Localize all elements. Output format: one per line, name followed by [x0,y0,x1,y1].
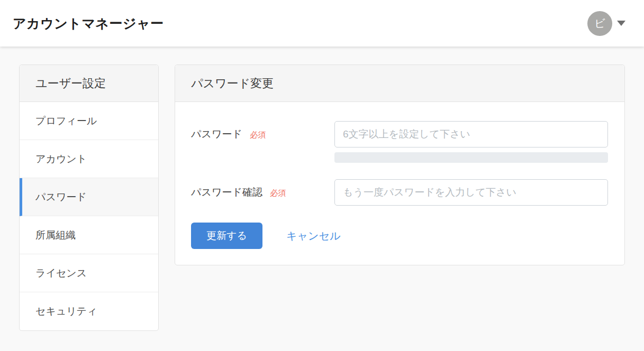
sidebar-item-account[interactable]: アカウント [20,140,158,178]
password-strength-meter [334,152,608,163]
password-confirm-label-group: パスワード確認 必須 [191,179,334,199]
panel-title: パスワード変更 [175,65,624,102]
cancel-link[interactable]: キャンセル [286,229,340,243]
sidebar-item-profile[interactable]: プロフィール [20,102,158,140]
sidebar-item-organization[interactable]: 所属組織 [20,216,158,254]
password-required-badge: 必須 [250,130,266,139]
settings-sidebar: ユーザー設定 プロフィール アカウント パスワード 所属組織 ライセンス セキュ… [19,64,159,331]
password-input-group [334,121,608,163]
password-form: パスワード 必須 パスワード確認 必須 更新する キャンセル [175,102,624,249]
sidebar-title: ユーザー設定 [20,65,158,102]
password-label: パスワード [191,128,242,140]
password-confirm-row: パスワード確認 必須 [191,179,608,206]
password-row: パスワード 必須 [191,121,608,163]
password-confirm-label: パスワード確認 [191,187,262,198]
password-input[interactable] [334,121,608,147]
app-title: アカウントマネージャー [13,0,164,47]
password-change-panel: パスワード変更 パスワード 必須 パスワード確認 必須 更新する [175,64,625,265]
update-button[interactable]: 更新する [191,223,262,249]
app-header: アカウントマネージャー ビ [0,0,644,47]
chevron-down-icon[interactable] [617,21,625,26]
password-confirm-required-badge: 必須 [270,188,286,197]
password-label-group: パスワード 必須 [191,121,334,141]
password-confirm-input-group [334,179,608,206]
password-confirm-input[interactable] [334,179,608,206]
user-avatar[interactable]: ビ [587,11,612,36]
form-actions: 更新する キャンセル [191,223,608,249]
sidebar-item-license[interactable]: ライセンス [20,254,158,292]
sidebar-item-security[interactable]: セキュリティ [20,292,158,330]
sidebar-item-password[interactable]: パスワード [20,178,158,216]
